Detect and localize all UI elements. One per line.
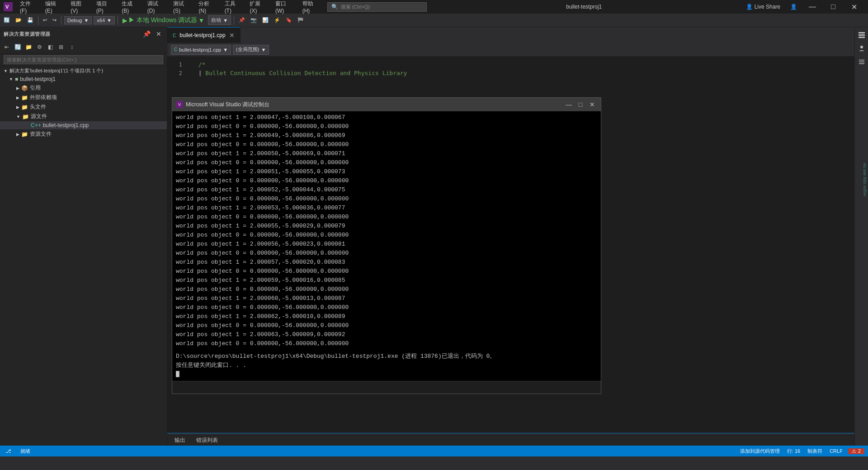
git-status[interactable]: ⎇ bbox=[4, 448, 13, 454]
menu-bar: 文件(F) 编辑(E) 视图(V) 项目(P) 生成(B) 调试(D) 测试(S… bbox=[16, 0, 324, 16]
pin-button[interactable]: 📌 bbox=[237, 16, 247, 24]
project-icon: ■ bbox=[15, 76, 18, 82]
filter-button[interactable]: ⊞ bbox=[56, 42, 66, 52]
close-sidebar-button[interactable]: ✕ bbox=[154, 29, 163, 38]
collapse-all-button[interactable]: ⇤ bbox=[2, 42, 12, 52]
camera-button[interactable]: 📷 bbox=[249, 16, 259, 24]
references-node[interactable]: ▶ 📦 引用 bbox=[0, 83, 167, 93]
sync-button[interactable]: ↕ bbox=[67, 42, 77, 52]
config-dropdown[interactable]: Debug ▼ bbox=[64, 16, 92, 24]
auto-dropdown[interactable]: 自动 ▼ bbox=[208, 15, 231, 25]
console-line: world pos object 1 = 2.000050,-5.000069,… bbox=[176, 149, 597, 158]
project-node[interactable]: ▼ ■ bullet-testproj1 bbox=[0, 75, 167, 83]
file-selector-arrow: ▼ bbox=[223, 47, 228, 52]
ready-status[interactable]: 就绪 bbox=[19, 448, 32, 455]
menu-project[interactable]: 项目(P) bbox=[93, 0, 118, 16]
headers-node[interactable]: ▶ 📁 头文件 bbox=[0, 102, 167, 112]
console-line: world pos object 0 = 0.000000,-56.000000… bbox=[176, 267, 597, 276]
sidebar-header: 解决方案资源管理器 📌 ✕ bbox=[0, 27, 167, 41]
menu-debug[interactable]: 调试(D) bbox=[144, 0, 169, 16]
auto-arrow: ▼ bbox=[223, 18, 228, 23]
save-button[interactable]: 💾 bbox=[25, 16, 35, 24]
debug-modal-title: V Microsoft Visual Studio 调试控制台 bbox=[176, 101, 269, 109]
live-share-button[interactable]: 👤 Live Share bbox=[741, 2, 785, 12]
close-button[interactable]: ✕ bbox=[844, 0, 864, 14]
show-all-files-button[interactable]: 📁 bbox=[24, 42, 33, 52]
error-list-tab[interactable]: 错误列表 bbox=[193, 436, 222, 445]
scope-selector[interactable]: (全局范围) ▼ bbox=[233, 45, 269, 55]
col-status[interactable]: 制表符 bbox=[806, 448, 824, 455]
references-arrow: ▶ bbox=[16, 86, 19, 90]
file-selector-label: bullet-testproj1.cpp bbox=[179, 47, 221, 52]
console-line: world pos object 0 = 0.000000,-56.000000… bbox=[176, 321, 597, 330]
file-selector[interactable]: C bullet-testproj1.cpp ▼ bbox=[171, 45, 231, 55]
solution-explorer: 解决方案资源管理器 📌 ✕ ⇤ 🔄 📁 ⚙ ◧ ⊞ ↕ ▼ 解决方案'bulle… bbox=[0, 27, 167, 446]
solution-node[interactable]: ▼ 解决方案'bullet-testproj1'(1 个项目/共 1 个) bbox=[0, 66, 167, 75]
menu-build[interactable]: 生成(B) bbox=[118, 0, 143, 16]
close-tab-button[interactable]: ✕ bbox=[229, 32, 235, 39]
add-source-control[interactable]: 添加到源代码管理 bbox=[738, 448, 782, 455]
debug-maximize-button[interactable]: □ bbox=[576, 100, 585, 109]
external-deps-node[interactable]: ▶ 📁 外部依赖项 bbox=[0, 93, 167, 102]
menu-file[interactable]: 文件(F) bbox=[16, 0, 41, 16]
debug-minimize-button[interactable]: — bbox=[564, 100, 574, 109]
menu-analyze[interactable]: 分析(N) bbox=[195, 0, 220, 16]
project-label: bullet-testproj1 bbox=[20, 76, 56, 82]
refresh-button[interactable]: 🔄 bbox=[13, 42, 23, 52]
file-selector-icon: C bbox=[174, 47, 177, 52]
debug-close-button[interactable]: ✕ bbox=[587, 100, 597, 109]
flag-button[interactable]: 🏁 bbox=[296, 16, 306, 24]
output-tab[interactable]: 输出 bbox=[171, 436, 189, 445]
redo-button[interactable]: ↪ bbox=[51, 16, 58, 24]
account-icon[interactable]: 👤 bbox=[788, 0, 798, 14]
run-arrow: ▼ bbox=[198, 17, 204, 24]
menu-tools[interactable]: 工具(T) bbox=[221, 0, 245, 16]
menu-view[interactable]: 视图(V) bbox=[67, 0, 92, 16]
properties-button[interactable]: ⚙ bbox=[34, 42, 44, 52]
chart-button[interactable]: 📊 bbox=[260, 16, 270, 24]
team-explorer-icon[interactable] bbox=[856, 43, 868, 54]
press-any-key-message: 按任意键关闭此窗口. . . bbox=[176, 361, 597, 370]
menu-window[interactable]: 窗口(W) bbox=[272, 0, 298, 16]
preview-button[interactable]: ◧ bbox=[45, 42, 55, 52]
performance-button[interactable]: ⚡ bbox=[272, 16, 282, 24]
code-line-1: /* bbox=[188, 60, 854, 69]
minimize-button[interactable]: — bbox=[802, 0, 823, 14]
sources-node[interactable]: ▼ 📁 源文件 bbox=[0, 112, 167, 121]
new-file-button[interactable]: 🔄 bbox=[2, 16, 12, 24]
pin-sidebar-button[interactable]: 📌 bbox=[141, 29, 152, 38]
resources-node[interactable]: ▶ 📁 资源文件 bbox=[0, 129, 167, 139]
console-line: world pos object 1 = 2.000056,-5.000023,… bbox=[176, 240, 597, 249]
start-debug-button[interactable]: ▶ ▶ 本地 Windows 调试器 ▼ bbox=[121, 15, 206, 25]
encoding-status[interactable]: CRLF bbox=[828, 448, 844, 454]
sidebar-actions: 📌 ✕ bbox=[141, 29, 163, 38]
live-share-label: Live Share bbox=[755, 4, 780, 10]
menu-test[interactable]: 测试(S) bbox=[170, 0, 194, 16]
maximize-button[interactable]: □ bbox=[823, 0, 844, 14]
row-status[interactable]: 行: 16 bbox=[785, 448, 802, 455]
solution-explorer-icon[interactable] bbox=[856, 29, 868, 41]
debug-console[interactable]: world pos object 1 = 2.000047,-5.000108,… bbox=[172, 111, 601, 381]
properties-panel-icon[interactable] bbox=[856, 56, 868, 68]
error-count[interactable]: ⚠ 2 bbox=[848, 448, 864, 454]
console-line: world pos object 0 = 0.000000,-56.000000… bbox=[176, 231, 597, 240]
undo-button[interactable]: ↩ bbox=[41, 16, 49, 24]
sidebar-search-input[interactable] bbox=[4, 55, 163, 64]
bookmark-button[interactable]: 🔖 bbox=[284, 16, 294, 24]
menu-edit[interactable]: 编辑(E) bbox=[42, 0, 66, 16]
console-line: world pos object 0 = 0.000000,-56.000000… bbox=[176, 339, 597, 348]
external-icon: 📁 bbox=[21, 95, 28, 101]
platform-dropdown[interactable]: x64 ▼ bbox=[94, 16, 115, 24]
menu-extensions[interactable]: 扩展(X) bbox=[246, 0, 271, 16]
active-editor-tab[interactable]: C bullet-testproj1.cpp ✕ bbox=[167, 27, 241, 43]
cpp-file-node[interactable]: C++ bullet-testproj1.cpp bbox=[0, 121, 167, 129]
external-label: 外部依赖项 bbox=[30, 94, 57, 101]
open-button[interactable]: 📂 bbox=[14, 16, 24, 24]
svg-rect-3 bbox=[859, 34, 865, 36]
error-icon: ⚠ bbox=[852, 448, 856, 454]
search-box[interactable]: 🔍 搜索 (Ctrl+Q) bbox=[327, 2, 427, 12]
svg-point-5 bbox=[860, 46, 863, 48]
console-line: world pos object 0 = 0.000000,-56.000000… bbox=[176, 249, 597, 258]
menu-help[interactable]: 帮助(H) bbox=[299, 0, 324, 16]
tab-file-icon: C bbox=[173, 33, 176, 38]
